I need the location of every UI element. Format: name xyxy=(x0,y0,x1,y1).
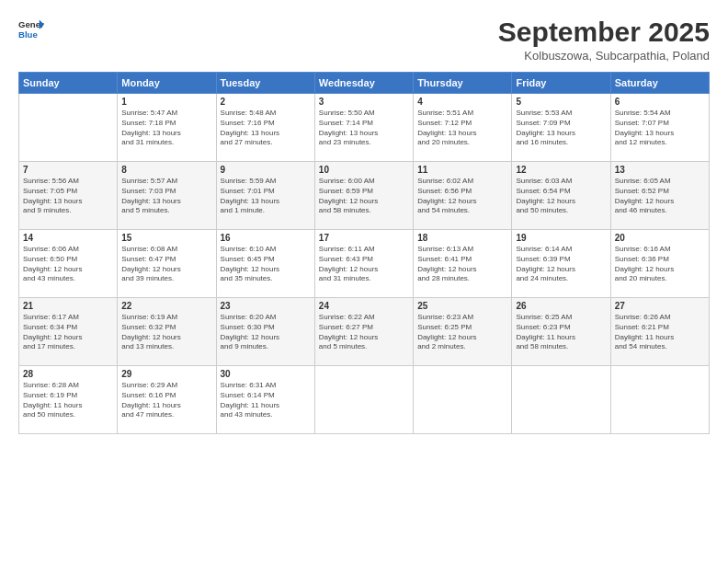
day-number: 28 xyxy=(23,369,113,379)
col-header-monday: Monday xyxy=(118,73,216,94)
cell-info: Sunrise: 5:50 AM Sunset: 7:14 PM Dayligh… xyxy=(319,109,409,148)
day-number: 26 xyxy=(516,301,606,311)
cell-info: Sunrise: 5:51 AM Sunset: 7:12 PM Dayligh… xyxy=(417,109,507,148)
cell-1-4: 3Sunrise: 5:50 AM Sunset: 7:14 PM Daylig… xyxy=(314,94,413,162)
day-number: 14 xyxy=(23,233,113,243)
cell-3-2: 15Sunrise: 6:08 AM Sunset: 6:47 PM Dayli… xyxy=(118,230,216,298)
col-header-friday: Friday xyxy=(512,73,610,94)
cell-5-4 xyxy=(314,366,413,434)
cell-info: Sunrise: 5:54 AM Sunset: 7:07 PM Dayligh… xyxy=(615,109,705,148)
cell-2-7: 13Sunrise: 6:05 AM Sunset: 6:52 PM Dayli… xyxy=(610,162,709,230)
cell-2-2: 8Sunrise: 5:57 AM Sunset: 7:03 PM Daylig… xyxy=(118,162,216,230)
cell-5-3: 30Sunrise: 6:31 AM Sunset: 6:14 PM Dayli… xyxy=(216,366,314,434)
day-number: 20 xyxy=(615,233,705,243)
cell-info: Sunrise: 6:23 AM Sunset: 6:25 PM Dayligh… xyxy=(417,313,507,352)
cell-info: Sunrise: 6:19 AM Sunset: 6:32 PM Dayligh… xyxy=(121,313,211,352)
day-number: 9 xyxy=(221,165,311,175)
cell-info: Sunrise: 6:28 AM Sunset: 6:19 PM Dayligh… xyxy=(23,381,113,420)
cell-info: Sunrise: 6:14 AM Sunset: 6:39 PM Dayligh… xyxy=(516,245,606,284)
cell-4-1: 21Sunrise: 6:17 AM Sunset: 6:34 PM Dayli… xyxy=(19,298,118,366)
day-number: 10 xyxy=(319,165,409,175)
cell-4-2: 22Sunrise: 6:19 AM Sunset: 6:32 PM Dayli… xyxy=(118,298,216,366)
col-header-thursday: Thursday xyxy=(414,73,512,94)
cell-3-7: 20Sunrise: 6:16 AM Sunset: 6:36 PM Dayli… xyxy=(610,230,709,298)
cell-2-1: 7Sunrise: 5:56 AM Sunset: 7:05 PM Daylig… xyxy=(19,162,118,230)
cell-info: Sunrise: 6:08 AM Sunset: 6:47 PM Dayligh… xyxy=(121,245,211,284)
cell-2-4: 10Sunrise: 6:00 AM Sunset: 6:59 PM Dayli… xyxy=(314,162,413,230)
day-number: 27 xyxy=(615,301,705,311)
cell-info: Sunrise: 6:11 AM Sunset: 6:43 PM Dayligh… xyxy=(319,245,409,284)
header: General Blue September 2025 Kolbuszowa, … xyxy=(18,17,710,63)
month-title: September 2025 xyxy=(498,17,710,47)
week-row-3: 14Sunrise: 6:06 AM Sunset: 6:50 PM Dayli… xyxy=(19,230,710,298)
cell-info: Sunrise: 6:22 AM Sunset: 6:27 PM Dayligh… xyxy=(319,313,409,352)
cell-info: Sunrise: 6:05 AM Sunset: 6:52 PM Dayligh… xyxy=(615,177,705,216)
week-row-5: 28Sunrise: 6:28 AM Sunset: 6:19 PM Dayli… xyxy=(19,366,710,434)
cell-info: Sunrise: 6:16 AM Sunset: 6:36 PM Dayligh… xyxy=(615,245,705,284)
day-number: 7 xyxy=(23,165,113,175)
cell-5-6 xyxy=(512,366,610,434)
cell-info: Sunrise: 6:17 AM Sunset: 6:34 PM Dayligh… xyxy=(23,313,113,352)
cell-1-7: 6Sunrise: 5:54 AM Sunset: 7:07 PM Daylig… xyxy=(610,94,709,162)
day-number: 24 xyxy=(319,301,409,311)
cell-4-6: 26Sunrise: 6:25 AM Sunset: 6:23 PM Dayli… xyxy=(512,298,610,366)
week-row-2: 7Sunrise: 5:56 AM Sunset: 7:05 PM Daylig… xyxy=(19,162,710,230)
day-number: 21 xyxy=(23,301,113,311)
cell-info: Sunrise: 6:29 AM Sunset: 6:16 PM Dayligh… xyxy=(121,381,211,420)
cell-4-3: 23Sunrise: 6:20 AM Sunset: 6:30 PM Dayli… xyxy=(216,298,314,366)
cell-info: Sunrise: 6:02 AM Sunset: 6:56 PM Dayligh… xyxy=(417,177,507,216)
day-number: 18 xyxy=(417,233,507,243)
day-number: 11 xyxy=(417,165,507,175)
cell-info: Sunrise: 5:53 AM Sunset: 7:09 PM Dayligh… xyxy=(516,109,606,148)
cell-5-5 xyxy=(414,366,512,434)
cell-3-6: 19Sunrise: 6:14 AM Sunset: 6:39 PM Dayli… xyxy=(512,230,610,298)
cell-info: Sunrise: 5:59 AM Sunset: 7:01 PM Dayligh… xyxy=(221,177,311,216)
title-block: September 2025 Kolbuszowa, Subcarpathia,… xyxy=(498,17,710,63)
cell-info: Sunrise: 6:00 AM Sunset: 6:59 PM Dayligh… xyxy=(319,177,409,216)
cell-2-3: 9Sunrise: 5:59 AM Sunset: 7:01 PM Daylig… xyxy=(216,162,314,230)
day-number: 15 xyxy=(121,233,211,243)
cell-1-2: 1Sunrise: 5:47 AM Sunset: 7:18 PM Daylig… xyxy=(118,94,216,162)
calendar-table: SundayMondayTuesdayWednesdayThursdayFrid… xyxy=(18,72,710,434)
logo-icon: General Blue xyxy=(18,17,44,42)
week-row-4: 21Sunrise: 6:17 AM Sunset: 6:34 PM Dayli… xyxy=(19,298,710,366)
day-number: 30 xyxy=(221,369,311,379)
day-number: 25 xyxy=(417,301,507,311)
day-number: 29 xyxy=(121,369,211,379)
day-number: 13 xyxy=(615,165,705,175)
cell-1-3: 2Sunrise: 5:48 AM Sunset: 7:16 PM Daylig… xyxy=(216,94,314,162)
week-row-1: 1Sunrise: 5:47 AM Sunset: 7:18 PM Daylig… xyxy=(19,94,710,162)
cell-info: Sunrise: 6:06 AM Sunset: 6:50 PM Dayligh… xyxy=(23,245,113,284)
day-number: 19 xyxy=(516,233,606,243)
day-number: 5 xyxy=(516,97,606,107)
cell-info: Sunrise: 6:26 AM Sunset: 6:21 PM Dayligh… xyxy=(615,313,705,352)
svg-text:Blue: Blue xyxy=(18,29,38,40)
day-number: 4 xyxy=(417,97,507,107)
col-header-wednesday: Wednesday xyxy=(314,73,413,94)
cell-info: Sunrise: 5:48 AM Sunset: 7:16 PM Dayligh… xyxy=(221,109,311,148)
cell-info: Sunrise: 5:56 AM Sunset: 7:05 PM Dayligh… xyxy=(23,177,113,216)
cell-4-7: 27Sunrise: 6:26 AM Sunset: 6:21 PM Dayli… xyxy=(610,298,709,366)
cell-2-5: 11Sunrise: 6:02 AM Sunset: 6:56 PM Dayli… xyxy=(414,162,512,230)
day-number: 1 xyxy=(121,97,211,107)
cell-5-2: 29Sunrise: 6:29 AM Sunset: 6:16 PM Dayli… xyxy=(118,366,216,434)
day-number: 6 xyxy=(615,97,705,107)
cell-info: Sunrise: 5:57 AM Sunset: 7:03 PM Dayligh… xyxy=(121,177,211,216)
cell-info: Sunrise: 6:25 AM Sunset: 6:23 PM Dayligh… xyxy=(516,313,606,352)
col-header-tuesday: Tuesday xyxy=(216,73,314,94)
cell-2-6: 12Sunrise: 6:03 AM Sunset: 6:54 PM Dayli… xyxy=(512,162,610,230)
col-header-sunday: Sunday xyxy=(19,73,118,94)
day-number: 22 xyxy=(121,301,211,311)
cell-3-3: 16Sunrise: 6:10 AM Sunset: 6:45 PM Dayli… xyxy=(216,230,314,298)
cell-4-4: 24Sunrise: 6:22 AM Sunset: 6:27 PM Dayli… xyxy=(314,298,413,366)
header-row: SundayMondayTuesdayWednesdayThursdayFrid… xyxy=(19,73,710,94)
day-number: 23 xyxy=(221,301,311,311)
col-header-saturday: Saturday xyxy=(610,73,709,94)
cell-info: Sunrise: 6:20 AM Sunset: 6:30 PM Dayligh… xyxy=(221,313,311,352)
cell-info: Sunrise: 6:13 AM Sunset: 6:41 PM Dayligh… xyxy=(417,245,507,284)
day-number: 3 xyxy=(319,97,409,107)
day-number: 12 xyxy=(516,165,606,175)
day-number: 17 xyxy=(319,233,409,243)
location-subtitle: Kolbuszowa, Subcarpathia, Poland xyxy=(498,49,710,63)
cell-3-5: 18Sunrise: 6:13 AM Sunset: 6:41 PM Dayli… xyxy=(414,230,512,298)
